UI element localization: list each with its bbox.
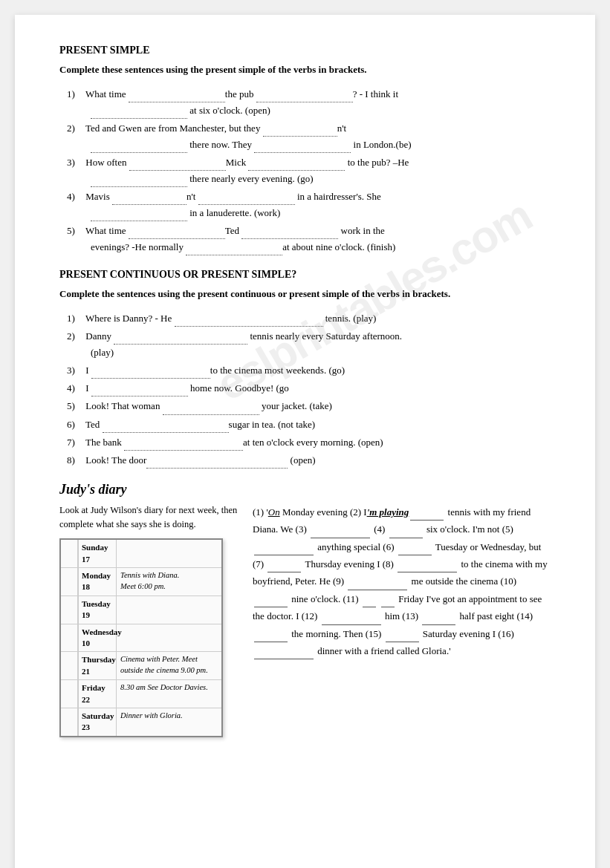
list-item: 1) Where is Danny? - He tennis. (play) (67, 310, 551, 327)
diary-day: Friday22 (61, 680, 117, 708)
blank[interactable] (422, 615, 455, 625)
list-item: 3) I to the cinema most weekends. (go) (67, 362, 551, 379)
list-item: 2) Ted and Gwen are from Manchester, but… (67, 120, 551, 153)
diary-row: Friday22 8.30 am See Doctor Davies. (61, 680, 221, 708)
blank[interactable] (198, 195, 295, 205)
item-text: the pub (225, 88, 256, 99)
blank[interactable] (254, 649, 314, 659)
blank[interactable] (398, 545, 432, 555)
item-text: Mavis (85, 191, 112, 202)
list-item: 4) Mavis n't in a hairdresser's. She in … (67, 189, 551, 221)
item-text: How often (85, 157, 129, 168)
diary-passage: (1) 'On Monday evening (2) I'm playing t… (253, 503, 551, 660)
blank[interactable] (124, 440, 243, 451)
blank[interactable] (129, 160, 226, 171)
list-item: 8) Look! The door (open) (67, 452, 551, 469)
item-continuation: in a lanuderette. (work) (67, 205, 551, 221)
list-item: 6) Ted sugar in tea. (not take) (67, 417, 551, 433)
item-text: What time (85, 225, 129, 236)
blank[interactable] (91, 211, 187, 221)
section3-title: Judy's diary (59, 482, 551, 497)
blank[interactable] (386, 632, 419, 642)
item-text: n't (337, 123, 346, 134)
item-text: in a hairdresser's. She (295, 191, 381, 202)
diary-book: Sunday17 Monday18 Tennis with Diana.Meet… (59, 538, 223, 737)
diary-section: Look at Judy Wilson's diary for next wee… (59, 503, 551, 737)
diary-event: 8.30 am See Doctor Davies. (117, 680, 221, 708)
blank[interactable] (129, 92, 225, 102)
blank[interactable] (91, 368, 210, 379)
item-text: work in the (338, 225, 384, 236)
blank[interactable] (91, 177, 187, 187)
diary-row: Thursday21 Cinema with Peter. Meet outsi… (61, 652, 221, 680)
section1-list: 1) What time the pub ? - I think it at s… (59, 86, 551, 256)
diary-day: Tuesday19 (61, 596, 117, 624)
blank[interactable] (389, 528, 423, 538)
blank[interactable] (256, 92, 353, 102)
diary-event (117, 540, 221, 567)
blank[interactable] (114, 334, 247, 345)
diary-intro-text: Look at Judy Wilson's diary for next wee… (59, 503, 238, 532)
blank[interactable] (112, 195, 186, 205)
diary-day: Wednesday10 (61, 624, 117, 652)
item-text: ? - I think it (353, 88, 398, 99)
blank[interactable] (348, 580, 407, 590)
list-item: 4) I home now. Goodbye! (go (67, 380, 551, 397)
blank[interactable] (146, 458, 288, 469)
item-continuation: there nearly every evening. (go) (67, 171, 551, 187)
blank[interactable] (254, 545, 314, 555)
section2-title: PRESENT CONTINUOUS OR PRESENT SIMPLE? (59, 269, 551, 281)
diary-row: Tuesday19 (61, 596, 221, 624)
item-continuation: evenings? -He normally at about nine o'c… (67, 239, 551, 255)
item-num: 3) (67, 154, 83, 171)
list-item: 1) What time the pub ? - I think it at s… (67, 86, 551, 119)
diary-day: Thursday21 (61, 652, 117, 679)
blank[interactable] (254, 597, 288, 607)
item-continuation: there now. They in London.(be) (67, 137, 551, 153)
item-continuation: at six o'clock. (open) (67, 102, 551, 119)
blank[interactable] (91, 143, 187, 153)
passage-text: (1) 'On Monday evening (2) I'm playing t… (253, 503, 551, 660)
diary-event (117, 596, 221, 624)
blank[interactable] (175, 316, 323, 327)
diary-row: Wednesday10 (61, 624, 221, 653)
blank[interactable] (129, 229, 225, 239)
blank[interactable] (263, 126, 337, 137)
item-text: Ted and Gwen are from Manchester, but th… (85, 123, 263, 134)
item-text: Ted (225, 225, 242, 236)
diary-row: Sunday17 (61, 540, 221, 568)
fill-playing: 'm playing (367, 506, 409, 518)
blank[interactable] (398, 562, 457, 572)
list-item: 5) Look! That woman your jacket. (take) (67, 398, 551, 414)
blank[interactable] (91, 386, 188, 397)
blank[interactable] (254, 143, 351, 153)
item-num: 2) (67, 120, 83, 137)
diary-row: Saturday23 Dinner with Gloria. (61, 708, 221, 736)
section1-title: PRESENT SIMPLE (59, 45, 551, 56)
list-item: 2) Danny tennis nearly every Saturday af… (67, 328, 551, 361)
diary-left-panel: Look at Judy Wilson's diary for next wee… (59, 503, 238, 737)
diary-day: Sunday17 (61, 540, 117, 567)
blank[interactable] (381, 597, 395, 607)
blank[interactable] (410, 510, 444, 521)
item-num: 1) (67, 86, 83, 102)
blank[interactable] (363, 597, 376, 607)
blank[interactable] (254, 632, 288, 642)
blank[interactable] (267, 562, 301, 572)
list-item: 7) The bank at ten o'clock every morning… (67, 434, 551, 451)
section2-list: 1) Where is Danny? - He tennis. (play) 2… (59, 310, 551, 469)
diary-row: Monday18 Tennis with Diana.Meet 6:00 pm. (61, 568, 221, 596)
diary-event: Cinema with Peter. Meet outside the cine… (117, 652, 221, 679)
blank[interactable] (322, 615, 381, 625)
blank[interactable] (311, 528, 370, 538)
diary-event: Tennis with Diana.Meet 6:00 pm. (117, 568, 221, 595)
blank[interactable] (241, 229, 338, 239)
blank[interactable] (91, 108, 187, 119)
item-num: 5) (67, 223, 83, 239)
section2-instruction: Complete the sentences using the present… (59, 287, 551, 301)
list-item: 3) How often Mick to the pub? –He there … (67, 154, 551, 187)
blank[interactable] (248, 160, 345, 171)
blank[interactable] (186, 245, 282, 255)
blank[interactable] (163, 405, 259, 415)
blank[interactable] (103, 422, 229, 433)
